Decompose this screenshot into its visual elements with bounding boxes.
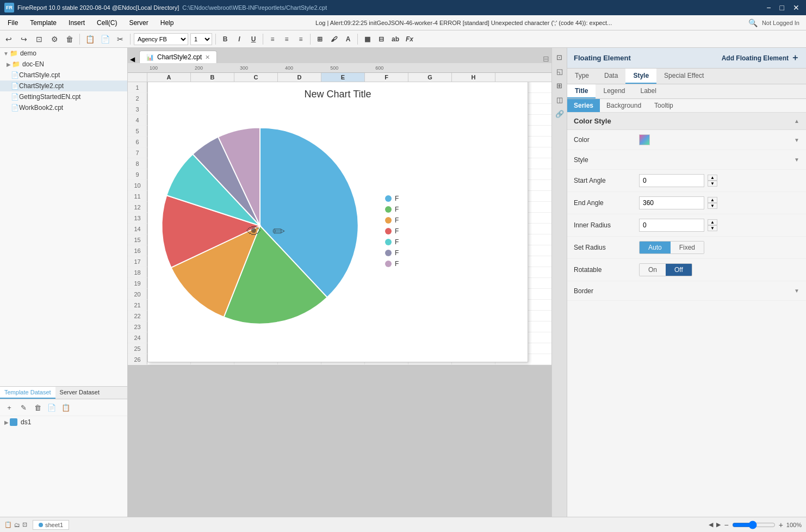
- col-b[interactable]: B: [191, 73, 234, 82]
- tree-item-demo[interactable]: ▼ 📁 demo: [0, 48, 127, 59]
- col-e[interactable]: E: [321, 73, 365, 82]
- close-button[interactable]: ✕: [791, 3, 802, 12]
- sheet-tab-sheet1[interactable]: sheet1: [33, 520, 69, 530]
- style-expand[interactable]: ▼: [794, 157, 799, 163]
- zoom-out-button[interactable]: −: [724, 521, 728, 529]
- chart-float[interactable]: New Chart Title 👁 ✏ FFFFFF: [147, 79, 528, 362]
- border-button[interactable]: ▦: [361, 33, 373, 45]
- strip-btn-3[interactable]: ⊞: [554, 79, 566, 91]
- tree-item-chartstyle2[interactable]: 📄 ChartStyle2.cpt: [0, 81, 127, 91]
- start-angle-up[interactable]: ▲: [708, 175, 717, 181]
- cut-button[interactable]: ✂: [114, 33, 127, 46]
- edit-icon[interactable]: ✏: [272, 222, 285, 240]
- subtab-label[interactable]: Label: [633, 84, 664, 98]
- strip-btn-4[interactable]: ◫: [554, 94, 566, 106]
- font-size-select[interactable]: 1: [190, 33, 212, 45]
- nav-left-button[interactable]: ◀: [709, 521, 713, 528]
- delete-dataset-button[interactable]: 🗑: [32, 401, 44, 413]
- strip-btn-5[interactable]: 🔗: [554, 108, 566, 120]
- search-icon[interactable]: 🔍: [748, 18, 758, 27]
- font-color-button[interactable]: A: [342, 33, 354, 45]
- start-angle-down[interactable]: ▼: [708, 181, 717, 187]
- add-floating-element-button[interactable]: Add Floating Element ＋: [722, 52, 799, 64]
- subtab-title[interactable]: Title: [567, 84, 596, 98]
- chart-tab[interactable]: 📊 ChartStyle2.cpt ✕: [139, 51, 217, 63]
- color-expand[interactable]: ▼: [794, 137, 799, 143]
- delete-button[interactable]: 🗑: [63, 33, 76, 46]
- seriestab-series[interactable]: Series: [567, 99, 600, 112]
- save-button[interactable]: ⊡: [33, 33, 46, 46]
- seriestab-background[interactable]: Background: [600, 99, 648, 112]
- color-style-expand[interactable]: ▲: [794, 118, 799, 124]
- copy-dataset-button[interactable]: 📄: [46, 401, 58, 413]
- col-g[interactable]: G: [408, 73, 452, 82]
- edit-dataset-button[interactable]: ✎: [17, 401, 29, 413]
- undo-button[interactable]: ↩: [2, 33, 15, 46]
- maximize-button[interactable]: □: [778, 3, 786, 12]
- menu-server[interactable]: Server: [123, 17, 153, 29]
- visibility-icon[interactable]: 👁: [246, 222, 262, 240]
- menu-file[interactable]: File: [2, 17, 23, 29]
- col-h[interactable]: H: [452, 73, 495, 82]
- strip-btn-2[interactable]: ◱: [554, 65, 566, 77]
- canvas-area[interactable]: 100 200 300 400 500 600 A B C D E F G: [128, 63, 551, 517]
- grid-button[interactable]: ⊞: [314, 33, 326, 45]
- italic-button[interactable]: I: [233, 33, 245, 45]
- start-angle-input[interactable]: [639, 174, 704, 187]
- set-radius-auto-button[interactable]: Auto: [640, 242, 671, 253]
- tree-item-gettingstarted[interactable]: 📄 GettingStartedEN.cpt: [0, 91, 127, 102]
- tab-menu-button[interactable]: ⊟: [543, 54, 549, 63]
- settings-button[interactable]: ⚙: [48, 33, 61, 46]
- tab-type[interactable]: Type: [567, 69, 597, 84]
- dataset-ds1[interactable]: ▶ ds1: [0, 416, 127, 428]
- zoom-slider[interactable]: [732, 521, 776, 529]
- border-expand[interactable]: ▼: [794, 288, 799, 294]
- tab-server-dataset[interactable]: Server Dataset: [55, 387, 104, 399]
- fx-button[interactable]: Fx: [404, 33, 416, 45]
- sheet-icon-3[interactable]: ⊡: [22, 521, 27, 528]
- menu-template[interactable]: Template: [24, 17, 62, 29]
- merge-button[interactable]: ⊟: [375, 33, 387, 45]
- inner-radius-input[interactable]: [639, 219, 704, 232]
- align-center-button[interactable]: ≡: [281, 33, 293, 45]
- tree-item-chartstyle[interactable]: 📄 ChartStyle.cpt: [0, 70, 127, 81]
- bold-button[interactable]: B: [219, 33, 231, 45]
- color-picker[interactable]: [639, 134, 650, 145]
- menu-insert[interactable]: Insert: [63, 17, 90, 29]
- underline-button[interactable]: U: [247, 33, 259, 45]
- tree-item-workbook2[interactable]: 📄 WorkBook2.cpt: [0, 102, 127, 113]
- end-angle-up[interactable]: ▲: [708, 197, 717, 203]
- sidebar-collapse-btn[interactable]: ◀: [130, 55, 135, 63]
- font-family-select[interactable]: Agency FB: [134, 33, 188, 45]
- menu-help[interactable]: Help: [155, 17, 179, 29]
- minimize-button[interactable]: −: [764, 3, 773, 12]
- sheet-icon-2[interactable]: 🗂: [14, 522, 20, 528]
- tab-style[interactable]: Style: [625, 69, 656, 84]
- tab-data[interactable]: Data: [597, 69, 625, 84]
- sheet-icon-1[interactable]: 📋: [4, 521, 12, 528]
- nav-right-button[interactable]: ▶: [716, 521, 721, 528]
- rotatable-off-button[interactable]: Off: [666, 264, 692, 276]
- set-radius-fixed-button[interactable]: Fixed: [671, 242, 704, 253]
- tree-item-doc-en[interactable]: ▶ 📁 doc-EN: [0, 59, 127, 70]
- align-left-button[interactable]: ≡: [266, 33, 278, 45]
- inner-radius-down[interactable]: ▼: [708, 225, 717, 231]
- chart-tab-close[interactable]: ✕: [205, 54, 210, 61]
- subtab-legend[interactable]: Legend: [596, 84, 633, 98]
- ab-button[interactable]: ab: [389, 33, 401, 45]
- col-c[interactable]: C: [234, 73, 278, 82]
- menu-cell[interactable]: Cell(C): [91, 17, 122, 29]
- copy-button[interactable]: 📋: [83, 33, 96, 46]
- redo-button[interactable]: ↪: [17, 33, 30, 46]
- highlight-button[interactable]: 🖌: [328, 33, 340, 45]
- tab-special-effect[interactable]: Special Effect: [656, 69, 711, 84]
- col-d[interactable]: D: [278, 73, 321, 82]
- rotatable-on-button[interactable]: On: [640, 264, 666, 276]
- strip-btn-1[interactable]: ⊡: [554, 51, 566, 63]
- end-angle-input[interactable]: [639, 196, 704, 209]
- inner-radius-up[interactable]: ▲: [708, 219, 717, 225]
- paste-button[interactable]: 📄: [98, 33, 111, 46]
- tab-template-dataset[interactable]: Template Dataset: [0, 387, 55, 399]
- end-angle-down[interactable]: ▼: [708, 203, 717, 209]
- col-a[interactable]: A: [147, 73, 191, 82]
